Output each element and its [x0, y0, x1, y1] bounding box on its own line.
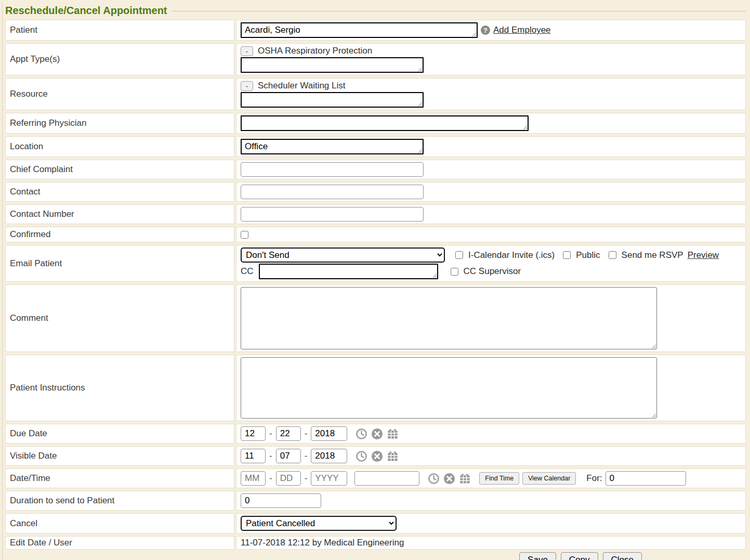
- patient-label: Patient: [5, 20, 234, 41]
- row-visible-date: Visible Date --: [5, 446, 746, 466]
- date-time-time-input[interactable]: [354, 471, 419, 486]
- date-time-year-input[interactable]: [311, 471, 347, 486]
- for-label: For:: [586, 473, 602, 484]
- save-button[interactable]: Save: [519, 552, 556, 560]
- referring-physician-label: Referring Physician: [5, 113, 234, 134]
- add-employee-link[interactable]: Add Employee: [493, 25, 551, 35]
- for-input[interactable]: [606, 471, 686, 486]
- row-edit-date-user: Edit Date / User 11-07-2018 12:12 by Med…: [5, 536, 746, 550]
- row-date-time: Date/Time -- Find Time View Calendar For…: [5, 468, 746, 488]
- date-time-clear-icon[interactable]: [443, 473, 455, 485]
- date-time-month-input[interactable]: [241, 471, 266, 486]
- location-label: Location: [5, 136, 234, 157]
- due-date-year-input[interactable]: [311, 426, 347, 441]
- row-appt-types: Appt Type(s) - OSHA Respiratory Protecti…: [5, 43, 746, 75]
- copy-button[interactable]: Copy: [561, 552, 598, 560]
- resource-selected: Scheduler Waiting List: [258, 81, 346, 91]
- row-patient: Patient Acardi, Sergio ? Add Employee: [5, 20, 746, 41]
- find-time-button[interactable]: Find Time: [479, 472, 519, 485]
- comment-textarea[interactable]: [241, 287, 657, 349]
- date-time-label: Date/Time: [5, 468, 234, 488]
- row-confirmed: Confirmed: [5, 227, 746, 242]
- contact-label: Contact: [5, 182, 234, 202]
- remove-resource-button[interactable]: -: [241, 81, 253, 91]
- row-chief-complaint: Chief Complaint: [5, 160, 746, 179]
- contact-number-label: Contact Number: [5, 204, 234, 224]
- page-title: Reschedule/Cancel Appointment: [5, 5, 172, 17]
- location-input[interactable]: Office: [241, 139, 424, 154]
- row-due-date: Due Date --: [5, 424, 746, 444]
- footer-buttons: Save Copy Close: [5, 550, 746, 560]
- visible-date-calendar-icon[interactable]: [387, 450, 399, 462]
- patient-input[interactable]: Acardi, Sergio: [241, 22, 478, 38]
- close-button[interactable]: Close: [603, 552, 642, 560]
- confirmed-label: Confirmed: [5, 227, 234, 242]
- resource-input[interactable]: [241, 92, 424, 108]
- patient-instructions-textarea[interactable]: [241, 357, 657, 419]
- appt-types-label: Appt Type(s): [5, 43, 234, 75]
- due-date-calendar-icon[interactable]: [387, 428, 399, 440]
- visible-date-day-input[interactable]: [276, 449, 301, 463]
- public-label: Public: [576, 250, 600, 261]
- edit-date-user-label: Edit Date / User: [5, 536, 234, 550]
- visible-date-time-icon[interactable]: [356, 450, 367, 462]
- row-resource: Resource - Scheduler Waiting List: [5, 78, 746, 110]
- date-time-calendar-icon[interactable]: [459, 473, 471, 485]
- contact-number-input[interactable]: [241, 207, 424, 222]
- view-calendar-button[interactable]: View Calendar: [522, 472, 576, 485]
- due-date-time-icon[interactable]: [356, 428, 367, 440]
- patient-instructions-label: Patient Instructions: [5, 355, 234, 421]
- icalendar-invite-label: I-Calendar Invite (.ics): [468, 250, 555, 261]
- row-cancel: Cancel Patient Cancelled: [5, 513, 746, 533]
- chief-complaint-label: Chief Complaint: [5, 160, 234, 179]
- row-email-patient: Email Patient Don't Send I-Calendar Invi…: [5, 245, 746, 282]
- email-send-select[interactable]: Don't Send: [241, 248, 445, 263]
- referring-physician-input[interactable]: [241, 115, 529, 131]
- email-patient-label: Email Patient: [5, 245, 234, 282]
- edit-date-user-value: 11-07-2018 12:12 by Medical Engineering: [241, 538, 404, 548]
- contact-input[interactable]: [241, 185, 424, 199]
- date-time-time-icon[interactable]: [428, 473, 440, 485]
- duration-label: Duration to send to Patient: [5, 491, 234, 511]
- send-me-rsvp-checkbox[interactable]: [609, 251, 616, 259]
- due-date-day-input[interactable]: [276, 426, 301, 441]
- due-date-clear-icon[interactable]: [371, 428, 383, 440]
- resource-label: Resource: [5, 78, 234, 110]
- row-location: Location Office: [5, 136, 746, 157]
- cc-supervisor-checkbox[interactable]: [451, 268, 458, 276]
- duration-input[interactable]: [241, 493, 321, 508]
- row-patient-instructions: Patient Instructions: [5, 355, 746, 421]
- chief-complaint-input[interactable]: [241, 162, 424, 177]
- icalendar-invite-checkbox[interactable]: [455, 251, 463, 259]
- visible-date-month-input[interactable]: [241, 449, 266, 463]
- preview-link[interactable]: Preview: [688, 250, 719, 261]
- comment-label: Comment: [5, 284, 234, 352]
- remove-appt-type-button[interactable]: -: [241, 46, 253, 56]
- help-icon[interactable]: ?: [481, 25, 490, 35]
- cc-label: CC: [241, 266, 254, 277]
- reschedule-cancel-form: Reschedule/Cancel Appointment Patient Ac…: [2, 3, 746, 560]
- due-date-label: Due Date: [5, 424, 234, 444]
- date-time-day-input[interactable]: [276, 471, 301, 486]
- cc-supervisor-label: CC Supervisor: [464, 266, 521, 277]
- appt-type-selected: OSHA Respiratory Protection: [258, 46, 372, 56]
- confirmed-checkbox[interactable]: [241, 231, 248, 239]
- row-contact: Contact: [5, 182, 746, 202]
- cancel-select[interactable]: Patient Cancelled: [241, 516, 397, 531]
- cc-input[interactable]: [259, 264, 438, 279]
- visible-date-clear-icon[interactable]: [371, 450, 383, 462]
- row-referring-physician: Referring Physician: [5, 113, 746, 134]
- send-me-rsvp-label: Send me RSVP: [622, 250, 683, 261]
- due-date-month-input[interactable]: [241, 426, 266, 441]
- visible-date-label: Visible Date: [5, 446, 234, 466]
- row-comment: Comment: [5, 284, 746, 352]
- public-checkbox[interactable]: [563, 251, 571, 259]
- cancel-label: Cancel: [5, 513, 234, 533]
- fieldset-divider: [172, 11, 746, 11]
- row-contact-number: Contact Number: [5, 204, 746, 224]
- appt-type-input[interactable]: [241, 57, 424, 73]
- row-duration: Duration to send to Patient: [5, 491, 746, 511]
- visible-date-year-input[interactable]: [311, 449, 347, 463]
